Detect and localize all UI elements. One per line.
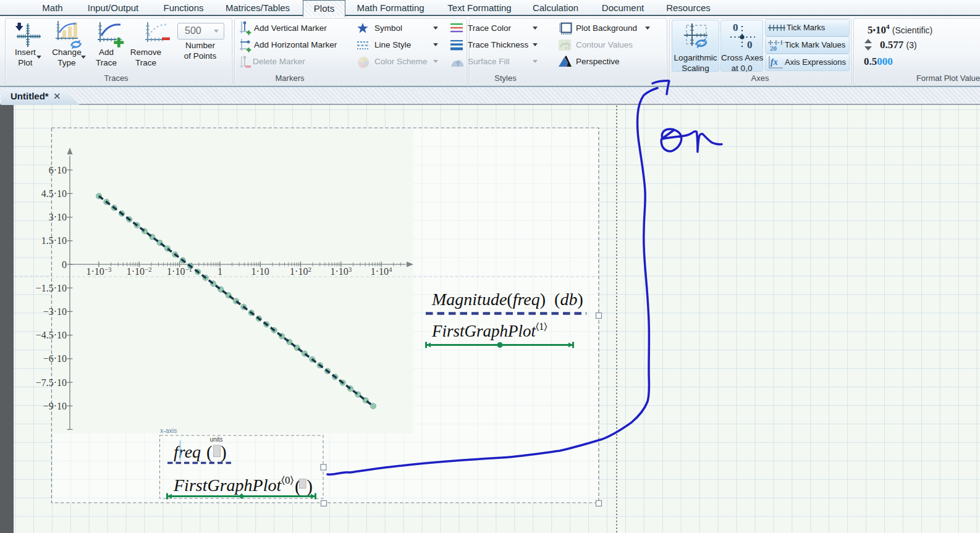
svg-text:freq: freq (174, 442, 201, 461)
svg-text:−4.5·10: −4.5·10 (36, 330, 67, 340)
svg-text:0: 0 (747, 39, 753, 51)
svg-text:1.5·10: 1.5·10 (41, 235, 67, 246)
svg-text:FirstGraphPlot〈1〉: FirstGraphPlot〈1〉 (431, 321, 547, 340)
svg-text:fx: fx (771, 57, 778, 67)
svg-text:−1.5·10: −1.5·10 (36, 283, 67, 293)
svg-text:): ) (306, 476, 313, 497)
svg-text:3·10: 3·10 (49, 212, 67, 222)
svg-text:1·10: 1·10 (251, 266, 269, 277)
svg-text:−3·10: −3·10 (43, 306, 67, 317)
svg-text:Magnitude(freq) (db): Magnitude(freq) (db) (431, 290, 583, 309)
svg-text:FirstGraphPlot〈0〉: FirstGraphPlot〈0〉 (173, 474, 294, 495)
svg-text:−6·10: −6·10 (43, 353, 67, 364)
svg-text:6·10: 6·10 (49, 165, 67, 175)
svg-text:): ) (221, 442, 227, 463)
svg-text:4.5·10: 4.5·10 (41, 188, 67, 199)
svg-text:0: 0 (62, 259, 67, 270)
svg-text:−7.5·10: −7.5·10 (36, 377, 67, 388)
svg-text:x-axis: x-axis (160, 427, 177, 434)
svg-text:0: 0 (733, 22, 738, 33)
svg-text:(: ( (206, 442, 213, 463)
svg-text:20: 20 (770, 44, 777, 51)
svg-text:cv: cv (565, 45, 570, 51)
svg-text:−9·10: −9·10 (43, 401, 67, 411)
svg-text:1: 1 (218, 266, 222, 277)
